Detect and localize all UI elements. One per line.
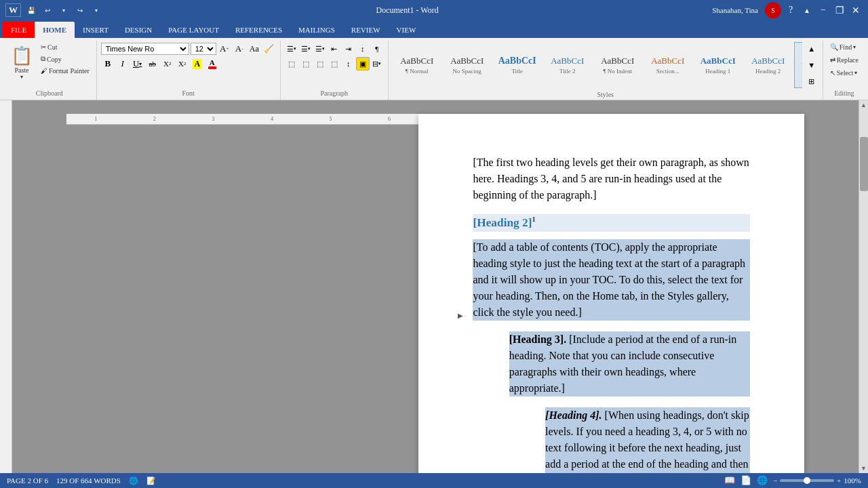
print-layout-button[interactable]: 📄	[741, 475, 751, 486]
minimize-button[interactable]: −	[816, 3, 830, 17]
language-indicator: 🌐	[129, 476, 138, 485]
tab-pagelayout[interactable]: PAGE LAYOUT	[160, 22, 227, 38]
zoom-out-button[interactable]: −	[773, 476, 777, 485]
copy-button[interactable]: ⧉ Copy	[38, 54, 92, 64]
tab-file[interactable]: FILE	[3, 22, 35, 38]
heading2[interactable]: [Heading 2]1	[473, 214, 750, 232]
style-heading1[interactable]: AaBbCcI Heading 1	[694, 42, 743, 88]
read-mode-button[interactable]: 📖	[724, 475, 735, 486]
page-container[interactable]: 123456 ▶ [The first two heading levels g…	[12, 100, 859, 473]
tab-references[interactable]: REFERENCES	[227, 22, 290, 38]
format-painter-button[interactable]: 🖌 Format Painter	[38, 66, 92, 76]
superscript-button[interactable]: X2	[176, 57, 189, 70]
sort-button[interactable]: ↕	[356, 42, 370, 56]
center-button[interactable]: ⬚	[299, 57, 313, 70]
intro-paragraph[interactable]: [The first two heading levels get their …	[473, 155, 750, 203]
multilevel-button[interactable]: ☰▾	[313, 42, 327, 56]
border-button[interactable]: ⊟▾	[370, 57, 384, 70]
styles-scroll-up[interactable]: ▲	[805, 42, 818, 56]
ribbon: 📋 Paste ▾ ✂ Cut ⧉ Copy 🖌 Format Painter	[0, 38, 868, 100]
style-no-spacing[interactable]: AaBbCcI No Spacing	[443, 42, 492, 88]
styles-scroll-down[interactable]: ▼	[805, 58, 818, 72]
restore-button[interactable]: ❐	[833, 3, 846, 17]
underline-button[interactable]: U▾	[131, 57, 144, 70]
vertical-ruler	[0, 100, 12, 473]
quick-access-redo[interactable]: ↪	[74, 4, 86, 16]
scroll-down-button[interactable]: ▼	[860, 464, 868, 473]
zoom-in-button[interactable]: +	[837, 476, 841, 485]
font-row2: B I U▾ ab X2 X2 A A	[101, 57, 276, 70]
font-content: Times New Ro 12 A+ A- Aa 🧹 B I U▾ ab X2	[101, 42, 276, 87]
line-spacing-button[interactable]: ↕	[342, 57, 355, 70]
heading3-paragraph[interactable]: [Heading 3]. [Include a period at the en…	[509, 331, 750, 396]
increase-indent-button[interactable]: ⇥	[342, 42, 355, 56]
close-button[interactable]: ✕	[849, 3, 863, 17]
decrease-indent-button[interactable]: ⇤	[328, 42, 341, 56]
justify-button[interactable]: ⬚	[328, 57, 341, 70]
quick-access-undo[interactable]: ↩	[41, 4, 54, 16]
help-button[interactable]: ?	[784, 3, 797, 17]
replace-button[interactable]: ⇄ Replace	[827, 55, 861, 65]
style-title2[interactable]: AaBbCcI Title 2	[543, 42, 592, 88]
style-no-indent[interactable]: AaBbCcI ¶ No Indent	[593, 42, 642, 88]
style-normal[interactable]: AaBbCcI ¶ Normal	[393, 42, 441, 88]
paste-button[interactable]: 📋 Paste ▾	[7, 42, 37, 83]
strikethrough-button[interactable]: ab	[146, 57, 159, 70]
paragraph-label: Paragraph	[320, 88, 348, 98]
font-name-select[interactable]: Times New Ro	[101, 43, 189, 55]
tab-home[interactable]: HOME	[35, 22, 75, 38]
align-right-button[interactable]: ⬚	[313, 57, 327, 70]
tab-design[interactable]: DESIGN	[117, 22, 160, 38]
bullets-button[interactable]: ☰▾	[285, 42, 298, 56]
status-left: PAGE 2 OF 6 129 OF 664 WORDS 🌐 📝	[7, 476, 156, 485]
text-highlight-button[interactable]: A	[191, 57, 204, 70]
italic-button[interactable]: I	[116, 57, 130, 70]
tab-mailings[interactable]: MAILINGS	[290, 22, 343, 38]
ribbon-tabs: FILE HOME INSERT DESIGN PAGE LAYOUT REFE…	[0, 20, 868, 38]
align-left-button[interactable]: ⬚	[285, 57, 298, 70]
web-layout-button[interactable]: 🌐	[757, 475, 768, 486]
horizontal-ruler: 123456	[66, 114, 418, 125]
quick-access-customize[interactable]: ▾	[90, 4, 102, 16]
select-button[interactable]: ↖ Select ▾	[827, 68, 860, 78]
font-label: Font	[182, 88, 195, 98]
zoom-slider[interactable]	[780, 479, 834, 482]
styles-expand[interactable]: ⊞	[805, 75, 818, 88]
style-title[interactable]: AaBbCcI Title	[493, 42, 542, 88]
shrink-font-button[interactable]: A-	[233, 42, 246, 56]
bold-button[interactable]: B	[101, 57, 115, 70]
scroll-up-button[interactable]: ▲	[860, 100, 868, 110]
subscript-button[interactable]: X2	[161, 57, 174, 70]
shading-button[interactable]: ▣	[356, 57, 370, 70]
font-size-select[interactable]: 12	[191, 43, 216, 55]
find-button[interactable]: 🔍 Find ▾	[827, 42, 859, 52]
cut-icon: ✂	[41, 43, 46, 51]
toc-paragraph[interactable]: [To add a table of contents (TOC), apply…	[473, 239, 750, 321]
style-heading2[interactable]: AaBbCcI Heading 2	[744, 42, 793, 88]
tab-insert[interactable]: INSERT	[75, 22, 117, 38]
para-row2: ⬚ ⬚ ⬚ ⬚ ↕ ▣ ⊟▾	[285, 57, 384, 70]
cut-button[interactable]: ✂ Cut	[38, 42, 92, 52]
clear-format-button[interactable]: 🧹	[262, 42, 276, 56]
heading4-paragraph[interactable]: [Heading 4]. [When using headings, don't…	[545, 407, 750, 473]
scroll-thumb[interactable]	[860, 137, 868, 191]
zoom-handle[interactable]	[804, 477, 810, 484]
paste-dropdown[interactable]: ▾	[20, 74, 23, 80]
zoom-level: 100%	[844, 476, 861, 485]
paragraph-content: ☰▾ ☰▾ ☰▾ ⇤ ⇥ ↕ ¶ ⬚ ⬚ ⬚ ⬚ ↕ ▣ ⊟▾	[285, 42, 384, 87]
change-case-button[interactable]: Aa	[248, 42, 261, 56]
style-heading3[interactable]: AaBbCcI Heading 3	[794, 42, 802, 88]
quick-access-undo-dropdown[interactable]: ▾	[58, 4, 70, 16]
tab-view[interactable]: VIEW	[389, 22, 425, 38]
show-hide-button[interactable]: ¶	[370, 42, 384, 56]
quick-access-save[interactable]: 💾	[25, 4, 37, 16]
numbering-button[interactable]: ☰▾	[299, 42, 313, 56]
format-painter-icon: 🖌	[41, 67, 47, 75]
right-scrollbar[interactable]: ▲ ▼	[859, 100, 868, 473]
style-section[interactable]: AaBbCcI Section...	[644, 42, 692, 88]
grow-font-button[interactable]: A+	[218, 42, 231, 56]
font-color-button[interactable]: A	[205, 57, 219, 70]
ribbon-toggle[interactable]: ▲	[800, 3, 814, 17]
document-page[interactable]: ▶ [The first two heading levels get thei…	[418, 114, 804, 473]
tab-review[interactable]: REVIEW	[343, 22, 389, 38]
